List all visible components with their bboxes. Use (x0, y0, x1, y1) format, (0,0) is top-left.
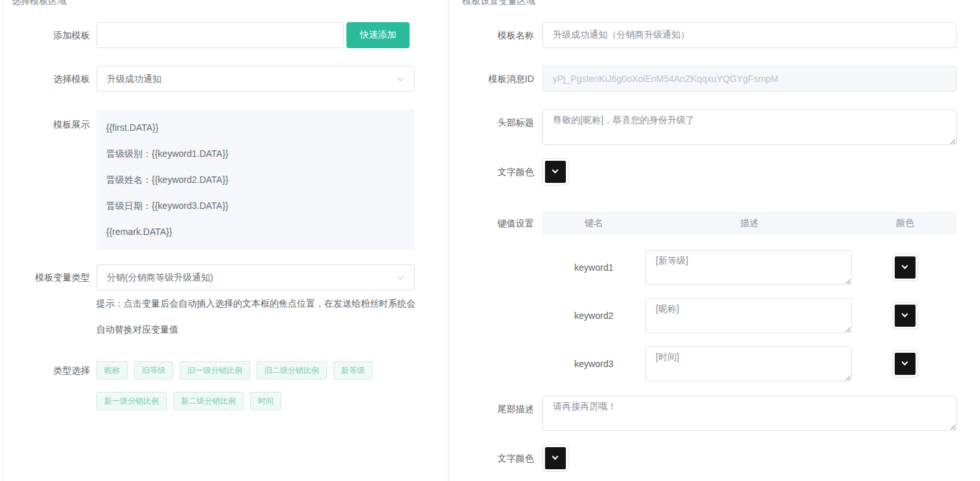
chevron-down-icon (552, 167, 559, 174)
keyword-desc-textarea[interactable]: [新等级] (645, 250, 852, 285)
template-settings-panel: 模板设置变量区域 模板名称 模板消息ID 头部标题 尊敬的[昵称]，恭喜您的身份… (449, 0, 980, 481)
key-value-header-row: 键值设置 键名 描述 颜色 (449, 212, 957, 235)
chevron-down-icon (902, 263, 908, 269)
add-template-input[interactable] (96, 22, 344, 48)
chevron-down-icon (902, 311, 908, 318)
header-text-color-picker[interactable] (542, 158, 568, 186)
select-template-row: 选择模板 升级成功通知 (3, 66, 415, 92)
template-line: 晋级级别：{{keyword1.DATA}} (106, 141, 405, 167)
quick-add-button[interactable]: 快速添加 (346, 22, 410, 48)
right-panel-title: 模板设置变量区域 (462, 0, 535, 7)
variable-type-dropdown[interactable]: 分销(分销商等级升级通知) (96, 264, 415, 290)
template-name-input[interactable] (542, 22, 957, 48)
footer-desc-label: 尾部描述 (449, 396, 542, 422)
text-color-label: 文字颜色 (449, 158, 542, 186)
keyword-color-picker[interactable] (892, 254, 918, 281)
color-swatch (545, 447, 566, 469)
type-tag[interactable]: 新二级分销比例 (173, 392, 244, 410)
variable-type-label: 模板变量类型 (3, 264, 96, 290)
type-tag[interactable]: 时间 (250, 392, 281, 410)
column-desc: 描述 (645, 217, 854, 229)
color-swatch (895, 256, 916, 279)
type-tag[interactable]: 旧等级 (134, 361, 173, 379)
template-name-label: 模板名称 (449, 22, 542, 48)
column-color: 颜色 (854, 217, 957, 229)
header-title-row: 头部标题 尊敬的[昵称]，恭喜您的身份升级了 (449, 109, 957, 145)
select-template-panel: 选择模板区域 添加模板 快速添加 选择模板 升级成功通知 模板展示 {{firs… (3, 0, 449, 481)
variable-type-value: 分销(分销商等级升级通知) (97, 265, 414, 290)
type-tag[interactable]: 新一级分销比例 (96, 392, 167, 410)
chevron-down-icon (902, 359, 908, 366)
key-value-table-header: 键名 描述 颜色 (542, 212, 957, 235)
chevron-down-icon (552, 454, 559, 460)
type-select-row-1: 类型选择 昵称 旧等级 旧一级分销比例 旧二级分销比例 新等级 (3, 361, 379, 379)
add-template-row: 添加模板 快速添加 (3, 22, 410, 48)
table-row: keyword2 [昵称] (542, 298, 918, 333)
header-title-textarea[interactable]: 尊敬的[昵称]，恭喜您的身份升级了 (542, 109, 957, 145)
text-color-bottom-row: 文字颜色 (449, 445, 568, 472)
text-color-top-row: 文字颜色 (449, 158, 568, 186)
template-display-label: 模板展示 (3, 109, 96, 131)
template-line: 晋级姓名：{{keyword2.DATA}} (106, 167, 405, 193)
table-row: keyword3 [时间] (542, 346, 918, 381)
template-line: {{remark.DATA}} (106, 219, 405, 245)
color-swatch (545, 161, 566, 183)
table-row: keyword1 [新等级] (542, 250, 918, 285)
keyword-name: keyword3 (542, 346, 645, 381)
variable-hint-text: 提示：点击变量后会自动插入选择的文本框的焦点位置，在发送给粉丝时系统会自动替换对… (96, 290, 418, 342)
color-swatch (895, 353, 916, 375)
type-tag[interactable]: 昵称 (96, 361, 128, 379)
keyword-name: keyword2 (542, 298, 645, 333)
text-color-label: 文字颜色 (449, 445, 542, 472)
variable-type-row: 模板变量类型 分销(分销商等级升级通知) (3, 264, 415, 290)
template-display-box: {{first.DATA}} 晋级级别：{{keyword1.DATA}} 晋级… (96, 109, 415, 250)
add-template-label: 添加模板 (3, 22, 96, 48)
keyword-name: keyword1 (542, 250, 645, 285)
keyword-desc-textarea[interactable]: [时间] (645, 346, 852, 381)
type-tag[interactable]: 新等级 (333, 361, 372, 379)
template-line: 晋级日期：{{keyword3.DATA}} (106, 193, 405, 219)
left-panel-title: 选择模板区域 (12, 0, 66, 7)
template-id-label: 模板消息ID (449, 66, 542, 92)
key-value-label: 键值设置 (449, 212, 542, 235)
type-tag[interactable]: 旧二级分销比例 (257, 361, 327, 379)
footer-desc-textarea[interactable]: 请再接再厉哦！ (542, 396, 957, 431)
page: 选择模板区域 添加模板 快速添加 选择模板 升级成功通知 模板展示 {{firs… (0, 0, 980, 481)
color-swatch (895, 305, 916, 327)
keyword-color-picker[interactable] (892, 302, 918, 329)
type-select-row-2: 新一级分销比例 新二级分销比例 时间 (96, 392, 288, 410)
template-id-row: 模板消息ID (449, 66, 957, 92)
template-display-row: 模板展示 {{first.DATA}} 晋级级别：{{keyword1.DATA… (3, 109, 415, 250)
header-title-label: 头部标题 (449, 109, 542, 135)
type-tag[interactable]: 旧一级分销比例 (180, 361, 250, 379)
select-template-value: 升级成功通知 (97, 66, 414, 91)
type-tags: 昵称 旧等级 旧一级分销比例 旧二级分销比例 新等级 (96, 361, 379, 379)
select-template-label: 选择模板 (3, 66, 96, 92)
type-select-label: 类型选择 (3, 361, 96, 379)
footer-text-color-picker[interactable] (542, 445, 568, 472)
column-key: 键名 (542, 217, 645, 229)
keyword-color-picker[interactable] (892, 350, 918, 378)
template-name-row: 模板名称 (449, 22, 957, 48)
select-template-dropdown[interactable]: 升级成功通知 (96, 66, 415, 92)
type-tags: 新一级分销比例 新二级分销比例 时间 (96, 392, 288, 410)
template-id-input (542, 66, 957, 92)
keyword-desc-textarea[interactable]: [昵称] (645, 298, 852, 333)
footer-desc-row: 尾部描述 请再接再厉哦！ (449, 396, 957, 431)
template-line: {{first.DATA}} (106, 115, 405, 141)
